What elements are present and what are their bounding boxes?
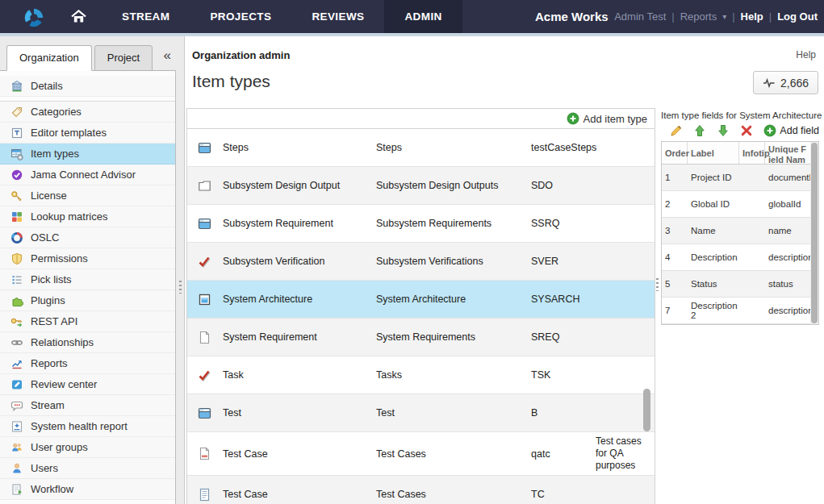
field-row-global-id[interactable]: 2Global IDglobalId (662, 191, 810, 218)
arrow-up-icon[interactable] (693, 124, 706, 137)
tab-project[interactable]: Project (94, 45, 153, 71)
add-item-type-label: Add item type (583, 113, 648, 125)
sidebar-item-system-health-report[interactable]: System health report (0, 416, 175, 437)
page-icon (187, 331, 223, 344)
item-type-row-sver[interactable]: Subsystem VerificationSubsystem Verifica… (187, 243, 655, 281)
item-type-name: Subsystem Verification (223, 256, 376, 267)
details-icon (10, 80, 23, 93)
sidebar-item-pick-lists[interactable]: Pick lists (0, 269, 175, 290)
delete-x-icon[interactable] (740, 124, 753, 137)
sidebar-item-license[interactable]: License (0, 185, 175, 206)
field-unique-name: name (765, 223, 810, 238)
item-type-plural: Subsystem Design Outputs (376, 180, 531, 191)
fields-scrollbar-thumb[interactable] (811, 143, 818, 323)
item-type-row-tsk[interactable]: TaskTasksTSK (187, 356, 655, 394)
field-row-status[interactable]: 5Statusstatus (662, 271, 810, 298)
item-type-description (596, 334, 651, 340)
field-row-description[interactable]: 4Descriptiondescription (662, 244, 810, 271)
sidebar-item-rest-api[interactable]: REST API (0, 311, 175, 332)
sidebar-item-label: Permissions (31, 252, 88, 264)
field-unique-name: status (765, 277, 810, 291)
sidebar-item-item-types[interactable]: Item types (0, 144, 175, 165)
sidebar-item-review-center[interactable]: Review center (0, 374, 175, 395)
field-row-name[interactable]: 3Namename (662, 218, 810, 244)
item-type-row-testcasesteps[interactable]: StepsStepstestCaseSteps (187, 129, 655, 167)
sidebar-item-permissions[interactable]: Permissions (0, 248, 175, 269)
sidebar-item-details[interactable]: Details (0, 76, 175, 97)
sidebar-item-categories[interactable]: Categories (0, 102, 175, 123)
sidebar-item-plugins[interactable]: Plugins (0, 290, 175, 311)
item-types-rows: StepsStepstestCaseStepsSubsystem Design … (187, 129, 655, 504)
nav-item-projects[interactable]: PROJECTS (190, 0, 291, 33)
editor-templates-icon (10, 127, 23, 140)
sidebar-item-relationships[interactable]: Relationships (0, 332, 175, 353)
field-row-description-2[interactable]: 7Description 2description_ (662, 298, 810, 324)
sidebar-item-lookup-matrices[interactable]: Lookup matrices (0, 206, 175, 227)
pencil-icon[interactable] (670, 124, 683, 137)
sidebar-item-list: DetailsCategoriesEditor templatesItem ty… (0, 70, 176, 504)
item-type-plural: System Requirements (376, 331, 531, 343)
item-count-button[interactable]: 2,666 (753, 71, 818, 94)
user-name-menu[interactable]: Admin Test (614, 10, 666, 23)
item-type-description (596, 144, 651, 151)
item-type-key: SVER (531, 256, 596, 267)
sidebar-item-users[interactable]: Users (0, 458, 175, 479)
red-check-icon (187, 369, 223, 382)
sidebar-item-workflow[interactable]: Workflow (0, 479, 175, 500)
field-order: 1 (662, 170, 688, 185)
sidebar-resize-handle[interactable] (177, 36, 184, 504)
logout-link[interactable]: Log Out (777, 10, 818, 23)
fields-column-header-label: Label (688, 142, 739, 164)
home-icon[interactable] (65, 0, 92, 33)
field-infotip (739, 281, 765, 286)
fields-scrollbar-track[interactable] (810, 142, 818, 324)
item-type-row-b[interactable]: TestTestB (187, 394, 655, 432)
item-type-row-tc[interactable]: Test CaseTest CasesTC (187, 476, 655, 504)
help-menu[interactable]: Help (741, 10, 763, 23)
panel-icon (187, 293, 223, 306)
item-type-key: SSRQ (531, 218, 596, 229)
item-type-row-qatc[interactable]: Test CaseTest CasesqatcTest cases for QA… (187, 432, 655, 476)
tab-organization[interactable]: Organization (6, 45, 92, 71)
item-type-name: Subsystem Design Output (223, 180, 376, 191)
system-health-icon (10, 420, 23, 433)
add-plus-icon (763, 124, 776, 137)
panel-resize-handle[interactable] (656, 278, 659, 291)
item-type-key: SREQ (531, 331, 596, 343)
collapse-sidebar-icon[interactable]: « (164, 48, 171, 64)
reports-menu[interactable]: Reports (680, 10, 717, 23)
nav-item-stream[interactable]: STREAM (102, 0, 190, 33)
field-label: Project ID (688, 170, 739, 185)
nav-item-reviews[interactable]: REVIEWS (291, 0, 384, 33)
item-type-row-sreq[interactable]: System RequirementSystem RequirementsSRE… (187, 319, 655, 356)
jama-logo[interactable] (21, 4, 47, 30)
field-order: 5 (662, 277, 688, 291)
help-link[interactable]: Help (796, 49, 816, 60)
review-center-icon (10, 378, 23, 391)
sidebar-item-label: Details (31, 80, 63, 92)
page-lines-icon (187, 488, 223, 502)
add-field-label: Add field (780, 125, 819, 136)
item-type-name: System Architecture (223, 294, 376, 305)
nav-item-admin[interactable]: ADMIN (384, 0, 462, 33)
sidebar-item-label: Lookup matrices (31, 210, 107, 223)
oslc-icon (10, 231, 23, 244)
sidebar-item-stream[interactable]: Stream (0, 395, 175, 416)
arrow-down-icon[interactable] (717, 124, 730, 137)
sidebar-item-editor-templates[interactable]: Editor templates (0, 123, 175, 144)
item-type-row-sysarch[interactable]: System ArchitectureSystem ArchitectureSY… (187, 281, 655, 319)
item-type-row-sdo[interactable]: Subsystem Design OutputSubsystem Design … (187, 167, 655, 205)
item-type-row-ssrq[interactable]: Subsystem RequirementSubsystem Requireme… (187, 205, 655, 243)
item-types-scrollbar-thumb[interactable] (643, 389, 650, 431)
item-type-key: B (531, 407, 596, 419)
pick-lists-icon (10, 273, 23, 286)
field-row-project-id[interactable]: 1Project IDdocumentK (662, 165, 810, 191)
sidebar-item-reports[interactable]: Reports (0, 353, 175, 374)
add-field-button[interactable]: Add field (763, 124, 819, 137)
add-item-type-button[interactable]: Add item type (567, 112, 648, 125)
sidebar-item-jama-connect-advisor[interactable]: Jama Connect Advisor (0, 165, 175, 185)
permissions-icon (10, 252, 23, 265)
sidebar-item-oslc[interactable]: OSLC (0, 227, 175, 248)
sidebar-item-user-groups[interactable]: User groups (0, 437, 175, 458)
item-type-description (596, 372, 651, 378)
